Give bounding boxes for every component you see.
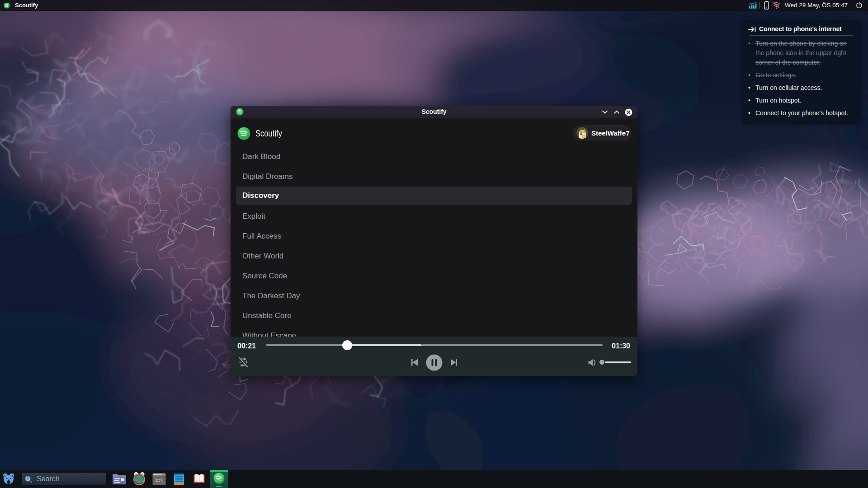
svg-text:C:\: C:\ [156,479,163,483]
